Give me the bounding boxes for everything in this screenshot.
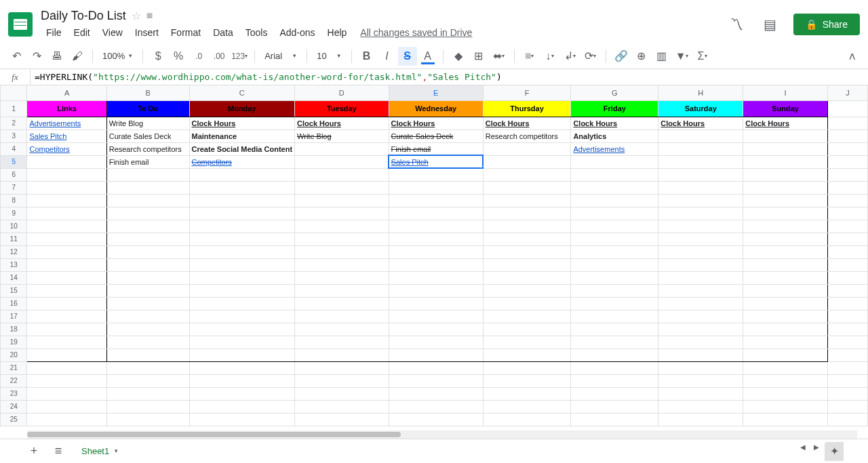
redo-button[interactable]: ↷ <box>27 47 46 66</box>
more-formats-button[interactable]: 123▾ <box>230 47 249 66</box>
cell[interactable] <box>828 117 868 129</box>
column-header-C[interactable]: C <box>189 85 295 100</box>
cell-A23[interactable] <box>27 387 106 400</box>
cell-A11[interactable] <box>27 233 106 245</box>
cell-A10[interactable] <box>27 220 106 233</box>
text-color-button[interactable]: A <box>418 47 437 66</box>
cell-E18[interactable] <box>389 323 483 336</box>
cell-G3[interactable]: Analytics <box>571 129 658 142</box>
cell-I25[interactable] <box>743 413 828 426</box>
cell-H20[interactable] <box>658 348 743 361</box>
cell-H8[interactable] <box>658 194 743 207</box>
cell-C17[interactable] <box>189 310 295 323</box>
cell-D4[interactable] <box>295 142 389 155</box>
cell-C7[interactable] <box>189 181 295 194</box>
cell-H25[interactable] <box>658 413 743 426</box>
column-header-H[interactable]: H <box>658 85 743 100</box>
merge-cells-button[interactable]: ⬌▾ <box>490 47 509 66</box>
cell-F2[interactable]: Clock Hours <box>483 117 571 129</box>
row-header-17[interactable]: 17 <box>1 310 27 323</box>
cell[interactable] <box>828 129 868 142</box>
row-header-23[interactable]: 23 <box>1 387 27 400</box>
cell-B4[interactable]: Research competitors <box>106 142 189 155</box>
cell-H10[interactable] <box>658 220 743 233</box>
cell-D2[interactable]: Clock Hours <box>295 117 389 129</box>
cell-I2[interactable]: Clock Hours <box>743 117 828 129</box>
share-button[interactable]: 🔒 Share <box>793 14 860 35</box>
cell-H15[interactable] <box>658 284 743 297</box>
header-cell-friday[interactable]: Friday <box>571 100 658 117</box>
cell-A6[interactable] <box>27 168 106 181</box>
cell-H5[interactable] <box>658 155 743 168</box>
sheet-tab-1[interactable]: Sheet1 ▼ <box>73 442 127 460</box>
cell-A25[interactable] <box>27 413 106 426</box>
cell-D15[interactable] <box>295 284 389 297</box>
cell-C19[interactable] <box>189 336 295 348</box>
cell-F12[interactable] <box>483 245 571 258</box>
decrease-decimal-button[interactable]: .0 <box>189 47 208 66</box>
cell-B20[interactable] <box>106 348 189 361</box>
cell-J16[interactable] <box>828 297 868 310</box>
cell-F5[interactable] <box>483 155 571 168</box>
menu-data[interactable]: Data <box>208 24 239 41</box>
functions-button[interactable]: Σ▾ <box>693 47 712 66</box>
row-header-25[interactable]: 25 <box>1 413 27 426</box>
cell-E14[interactable] <box>389 271 483 284</box>
cell-H23[interactable] <box>658 387 743 400</box>
doc-title[interactable]: Daily To-Do List <box>41 9 126 23</box>
cell-F25[interactable] <box>483 413 571 426</box>
cell-D12[interactable] <box>295 245 389 258</box>
cell-D13[interactable] <box>295 258 389 271</box>
cell-B5[interactable]: Finish email <box>106 155 189 168</box>
cell-I20[interactable] <box>743 348 828 361</box>
cell-I5[interactable] <box>743 155 828 168</box>
menu-view[interactable]: View <box>97 24 128 41</box>
cell-F22[interactable] <box>483 374 571 387</box>
trend-icon[interactable]: 〽 <box>726 14 747 35</box>
cell-I14[interactable] <box>743 271 828 284</box>
comments-icon[interactable]: ▤ <box>760 14 781 35</box>
selection-handle[interactable] <box>481 166 484 169</box>
text-rotation-button[interactable]: ⟳▾ <box>581 47 600 66</box>
cell-G6[interactable] <box>571 168 658 181</box>
cell-B2[interactable]: Write Blog <box>106 117 189 129</box>
cell-A14[interactable] <box>27 271 106 284</box>
cell-C14[interactable] <box>189 271 295 284</box>
row-header-7[interactable]: 7 <box>1 181 27 194</box>
cell-B12[interactable] <box>106 245 189 258</box>
cell-E11[interactable] <box>389 233 483 245</box>
cell-A21[interactable] <box>27 361 106 374</box>
save-status[interactable]: All changes saved in Drive <box>360 27 472 38</box>
format-percent-button[interactable]: % <box>169 47 188 66</box>
row-header-8[interactable]: 8 <box>1 194 27 207</box>
cell-G21[interactable] <box>571 361 658 374</box>
column-header-E[interactable]: E <box>389 85 483 100</box>
spreadsheet-grid[interactable]: ABCDEFGHIJ1LinksTo DoMondayTuesdayWednes… <box>0 85 868 426</box>
header-cell-saturday[interactable]: Saturday <box>658 100 743 117</box>
cell-C5[interactable]: Competitors <box>189 155 295 168</box>
tab-nav-left[interactable]: ◀ <box>797 442 808 453</box>
cell-A17[interactable] <box>27 310 106 323</box>
horizontal-align-button[interactable]: ≡▾ <box>520 47 539 66</box>
cell-G16[interactable] <box>571 297 658 310</box>
cell-A9[interactable] <box>27 207 106 220</box>
cell-G8[interactable] <box>571 194 658 207</box>
header-cell-tuesday[interactable]: Tuesday <box>295 100 389 117</box>
cell-B16[interactable] <box>106 297 189 310</box>
cell-C20[interactable] <box>189 348 295 361</box>
cell-I9[interactable] <box>743 207 828 220</box>
cell-G12[interactable] <box>571 245 658 258</box>
column-header-J[interactable]: J <box>828 85 868 100</box>
cell-H12[interactable] <box>658 245 743 258</box>
row-header-14[interactable]: 14 <box>1 271 27 284</box>
cell-B3[interactable]: Curate Sales Deck <box>106 129 189 142</box>
menu-tools[interactable]: Tools <box>240 24 273 41</box>
tab-nav-right[interactable]: ▶ <box>811 442 822 453</box>
select-all-corner[interactable] <box>1 85 27 100</box>
cell-I6[interactable] <box>743 168 828 181</box>
cell-A4[interactable]: Competitors <box>27 142 106 155</box>
cell-B21[interactable] <box>106 361 189 374</box>
row-header-6[interactable]: 6 <box>1 168 27 181</box>
all-sheets-button[interactable]: ≡ <box>49 442 68 461</box>
cell-G11[interactable] <box>571 233 658 245</box>
